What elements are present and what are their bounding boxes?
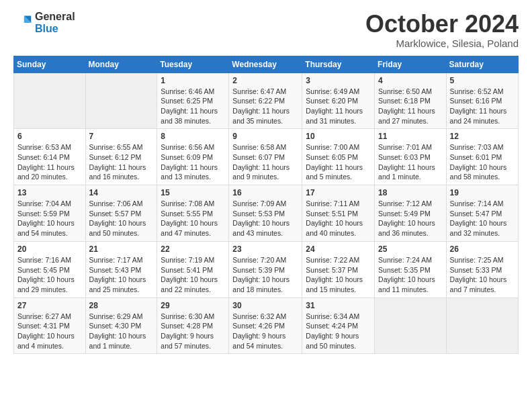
day-number: 4 — [378, 76, 443, 85]
day-number: 26 — [450, 244, 515, 254]
week-row-4: 20Sunrise: 7:16 AM Sunset: 5:45 PM Dayli… — [14, 241, 519, 298]
day-info: Sunrise: 6:27 AM Sunset: 4:31 PM Dayligh… — [17, 312, 82, 351]
week-row-3: 13Sunrise: 7:04 AM Sunset: 5:59 PM Dayli… — [14, 185, 519, 242]
day-info: Sunrise: 7:22 AM Sunset: 5:37 PM Dayligh… — [306, 255, 371, 295]
day-number: 18 — [378, 188, 443, 197]
day-cell: 24Sunrise: 7:22 AM Sunset: 5:37 PM Dayli… — [302, 241, 375, 298]
day-info: Sunrise: 7:12 AM Sunset: 5:49 PM Dayligh… — [378, 199, 443, 238]
week-row-2: 6Sunrise: 6:53 AM Sunset: 6:14 PM Daylig… — [14, 129, 519, 185]
day-cell: 16Sunrise: 7:09 AM Sunset: 5:53 PM Dayli… — [229, 185, 302, 242]
day-cell: 3Sunrise: 6:49 AM Sunset: 6:20 PM Daylig… — [302, 73, 375, 129]
col-monday: Monday — [85, 56, 157, 73]
day-info: Sunrise: 7:06 AM Sunset: 5:57 PM Dayligh… — [89, 199, 154, 238]
day-number: 27 — [17, 301, 82, 310]
day-cell: 22Sunrise: 7:19 AM Sunset: 5:41 PM Dayli… — [157, 241, 229, 298]
day-cell: 6Sunrise: 6:53 AM Sunset: 6:14 PM Daylig… — [14, 129, 86, 185]
page-header: General Blue October 2024 Marklowice, Si… — [13, 11, 519, 49]
day-cell: 14Sunrise: 7:06 AM Sunset: 5:57 PM Dayli… — [85, 185, 157, 242]
day-cell: 31Sunrise: 6:34 AM Sunset: 4:24 PM Dayli… — [302, 298, 375, 354]
day-number: 9 — [232, 132, 298, 141]
week-row-5: 27Sunrise: 6:27 AM Sunset: 4:31 PM Dayli… — [14, 298, 519, 354]
day-number: 30 — [232, 301, 298, 310]
day-cell — [375, 298, 447, 354]
day-cell: 9Sunrise: 6:58 AM Sunset: 6:07 PM Daylig… — [229, 129, 302, 185]
day-info: Sunrise: 6:58 AM Sunset: 6:07 PM Dayligh… — [232, 142, 298, 182]
day-cell: 23Sunrise: 7:20 AM Sunset: 5:39 PM Dayli… — [229, 241, 302, 298]
day-number: 23 — [232, 244, 298, 254]
col-thursday: Thursday — [302, 56, 375, 73]
day-cell: 10Sunrise: 7:00 AM Sunset: 6:05 PM Dayli… — [302, 129, 375, 185]
day-info: Sunrise: 7:03 AM Sunset: 6:01 PM Dayligh… — [450, 142, 515, 182]
day-cell: 18Sunrise: 7:12 AM Sunset: 5:49 PM Dayli… — [375, 185, 447, 242]
day-cell: 7Sunrise: 6:55 AM Sunset: 6:12 PM Daylig… — [85, 129, 157, 185]
day-cell: 20Sunrise: 7:16 AM Sunset: 5:45 PM Dayli… — [14, 241, 86, 298]
day-cell: 5Sunrise: 6:52 AM Sunset: 6:16 PM Daylig… — [446, 73, 518, 129]
day-info: Sunrise: 6:34 AM Sunset: 4:24 PM Dayligh… — [306, 312, 371, 351]
day-cell: 13Sunrise: 7:04 AM Sunset: 5:59 PM Dayli… — [14, 185, 86, 242]
day-number: 21 — [89, 244, 154, 254]
col-wednesday: Wednesday — [229, 56, 302, 73]
day-info: Sunrise: 6:29 AM Sunset: 4:30 PM Dayligh… — [89, 312, 154, 351]
day-number: 25 — [378, 244, 443, 254]
day-number: 22 — [161, 244, 225, 254]
day-cell: 11Sunrise: 7:01 AM Sunset: 6:03 PM Dayli… — [375, 129, 447, 185]
day-number: 2 — [232, 76, 298, 85]
day-number: 24 — [306, 244, 371, 254]
day-number: 16 — [232, 188, 298, 197]
location-text: Marklowice, Silesia, Poland — [365, 38, 519, 49]
day-cell: 19Sunrise: 7:14 AM Sunset: 5:47 PM Dayli… — [446, 185, 518, 242]
day-info: Sunrise: 7:25 AM Sunset: 5:33 PM Dayligh… — [450, 255, 515, 295]
title-block: October 2024 Marklowice, Silesia, Poland — [365, 11, 519, 49]
day-info: Sunrise: 6:32 AM Sunset: 4:26 PM Dayligh… — [232, 312, 298, 351]
day-info: Sunrise: 6:53 AM Sunset: 6:14 PM Dayligh… — [17, 142, 82, 182]
day-info: Sunrise: 6:46 AM Sunset: 6:25 PM Dayligh… — [161, 87, 225, 126]
day-cell — [85, 73, 157, 129]
col-sunday: Sunday — [14, 56, 86, 73]
day-cell: 15Sunrise: 7:08 AM Sunset: 5:55 PM Dayli… — [157, 185, 229, 242]
day-cell: 1Sunrise: 6:46 AM Sunset: 6:25 PM Daylig… — [157, 73, 229, 129]
calendar-page: General Blue October 2024 Marklowice, Si… — [0, 0, 532, 411]
day-info: Sunrise: 6:30 AM Sunset: 4:28 PM Dayligh… — [161, 312, 225, 351]
day-info: Sunrise: 7:16 AM Sunset: 5:45 PM Dayligh… — [17, 255, 82, 295]
col-saturday: Saturday — [446, 56, 518, 73]
day-cell: 27Sunrise: 6:27 AM Sunset: 4:31 PM Dayli… — [14, 298, 86, 354]
day-number: 31 — [306, 301, 371, 310]
day-number: 20 — [17, 244, 82, 254]
weekday-row: Sunday Monday Tuesday Wednesday Thursday… — [14, 56, 519, 73]
day-number: 28 — [89, 301, 154, 310]
day-number: 13 — [17, 188, 82, 197]
day-number: 7 — [89, 132, 154, 141]
day-info: Sunrise: 7:04 AM Sunset: 5:59 PM Dayligh… — [17, 199, 82, 238]
day-number: 14 — [89, 188, 154, 197]
day-info: Sunrise: 6:50 AM Sunset: 6:18 PM Dayligh… — [378, 87, 443, 126]
day-info: Sunrise: 6:52 AM Sunset: 6:16 PM Dayligh… — [450, 87, 515, 126]
day-cell: 29Sunrise: 6:30 AM Sunset: 4:28 PM Dayli… — [157, 298, 229, 354]
day-number: 29 — [161, 301, 225, 310]
day-number: 17 — [306, 188, 371, 197]
logo-general: General — [35, 11, 75, 22]
day-info: Sunrise: 6:47 AM Sunset: 6:22 PM Dayligh… — [232, 87, 298, 126]
day-number: 8 — [161, 132, 225, 141]
day-number: 12 — [450, 132, 515, 141]
day-cell: 2Sunrise: 6:47 AM Sunset: 6:22 PM Daylig… — [229, 73, 302, 129]
day-info: Sunrise: 7:19 AM Sunset: 5:41 PM Dayligh… — [161, 255, 225, 295]
day-info: Sunrise: 7:09 AM Sunset: 5:53 PM Dayligh… — [232, 199, 298, 238]
calendar-body: 1Sunrise: 6:46 AM Sunset: 6:25 PM Daylig… — [14, 73, 519, 354]
day-cell: 4Sunrise: 6:50 AM Sunset: 6:18 PM Daylig… — [375, 73, 447, 129]
day-info: Sunrise: 7:01 AM Sunset: 6:03 PM Dayligh… — [378, 142, 443, 182]
day-cell: 21Sunrise: 7:17 AM Sunset: 5:43 PM Dayli… — [85, 241, 157, 298]
day-info: Sunrise: 6:55 AM Sunset: 6:12 PM Dayligh… — [89, 142, 154, 182]
day-number: 6 — [17, 132, 82, 141]
logo: General Blue — [13, 11, 75, 34]
day-number: 10 — [306, 132, 371, 141]
day-info: Sunrise: 7:08 AM Sunset: 5:55 PM Dayligh… — [161, 199, 225, 238]
day-number: 11 — [378, 132, 443, 141]
day-cell: 25Sunrise: 7:24 AM Sunset: 5:35 PM Dayli… — [375, 241, 447, 298]
logo-text: General Blue — [35, 11, 75, 34]
day-info: Sunrise: 7:17 AM Sunset: 5:43 PM Dayligh… — [89, 255, 154, 295]
day-info: Sunrise: 7:14 AM Sunset: 5:47 PM Dayligh… — [450, 199, 515, 238]
day-cell: 26Sunrise: 7:25 AM Sunset: 5:33 PM Dayli… — [446, 241, 518, 298]
day-number: 19 — [450, 188, 515, 197]
day-info: Sunrise: 7:20 AM Sunset: 5:39 PM Dayligh… — [232, 255, 298, 295]
day-cell: 12Sunrise: 7:03 AM Sunset: 6:01 PM Dayli… — [446, 129, 518, 185]
